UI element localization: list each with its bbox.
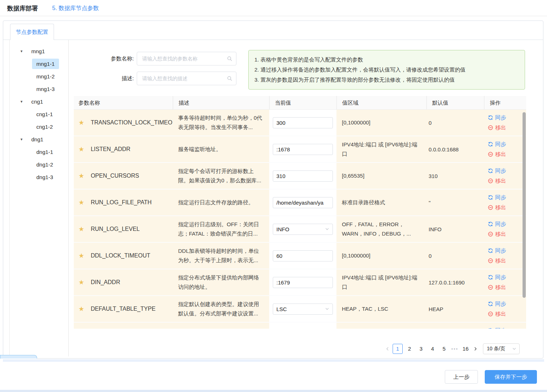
page-button-5[interactable]: 5: [439, 344, 449, 354]
tree-item-label: mng1-3: [32, 84, 59, 94]
search-icon[interactable]: [227, 56, 232, 61]
tree-item-mng1-2[interactable]: mng1-2: [10, 70, 68, 83]
sync-action[interactable]: 同步: [488, 166, 506, 176]
caret-down-icon[interactable]: ▾: [21, 137, 27, 142]
column-header-6: 操作: [484, 96, 526, 109]
remove-action[interactable]: 移出: [488, 309, 506, 319]
param-actions-cell: 同步移出: [484, 296, 526, 322]
sync-action[interactable]: 同步: [488, 273, 506, 282]
desc-search-input[interactable]: [137, 72, 236, 85]
remove-action[interactable]: 移出: [488, 203, 506, 212]
param-name-cell: ★DEFAULT_TABLE_TYPE: [74, 296, 173, 322]
remove-label: 移出: [495, 204, 506, 211]
save-and-next-button[interactable]: 保存并下一步: [485, 370, 537, 384]
sync-action[interactable]: 同步: [488, 140, 506, 149]
param-value-cell: [269, 190, 336, 215]
param-actions-cell: 同步移出: [484, 243, 526, 269]
param-desc-cell: [173, 323, 269, 329]
remove-action[interactable]: 移出: [488, 123, 506, 132]
table-row: ★RUN_LOG_FILE_PATH指定运行日志文件存放的路径。标准目录路径格式…: [74, 190, 526, 216]
param-range-cell: OFF，FATAL，ERROR，WARN，INFO，DEBUG，...: [336, 216, 426, 242]
param-desc-cell: 事务等待超时时间，单位为秒，0代表无限等待。当发生不同事务...: [173, 110, 269, 136]
tree-item-dng1-2[interactable]: dng1-2: [10, 158, 68, 171]
tree-item-label: cng1: [27, 96, 48, 107]
param-name-search-input[interactable]: [137, 52, 236, 65]
sync-action[interactable]: 同步: [488, 326, 506, 329]
param-range-cell: IPV4地址:端口 或 [IPV6地址]:端口: [336, 136, 426, 162]
remove-action[interactable]: 移出: [488, 256, 506, 265]
search-icon[interactable]: [227, 76, 232, 81]
remove-label: 移出: [495, 257, 506, 264]
sync-action[interactable]: 同步: [488, 113, 506, 122]
pagination: 12345•••16 10 条/页: [384, 343, 520, 354]
sync-action[interactable]: 同步: [488, 299, 506, 309]
page-size-select[interactable]: 10 条/页: [483, 343, 520, 354]
param-value-select[interactable]: INFO: [273, 224, 333, 235]
remove-label: 移出: [495, 151, 506, 158]
sync-label: 同步: [495, 194, 506, 201]
page-button-16[interactable]: 16: [461, 344, 470, 354]
clipped-element: [0, 355, 37, 359]
tree-item-dng1-3[interactable]: dng1-3: [10, 171, 68, 183]
param-actions-cell: 同步移出: [484, 190, 526, 215]
remove-action[interactable]: 移出: [488, 283, 506, 292]
param-desc-cell: 指定默认创建表的类型。建议使用默认值。分布式部署中建议设置...: [173, 296, 269, 322]
tree-item-dng1-1[interactable]: dng1-1: [10, 146, 68, 158]
table-row: ★DDL_LOCK_TIMEOUTDDL加表锁等待超时的时间，单位为秒。大于等于…: [74, 243, 526, 269]
page-button-1[interactable]: 1: [393, 344, 403, 354]
tree-item-mng1-3[interactable]: mng1-3: [10, 83, 68, 95]
table-scrollbar-thumb[interactable]: [523, 112, 526, 298]
tree-item-cng1-2[interactable]: cng1-2: [10, 120, 68, 133]
param-desc-cell: 服务端监听地址。: [173, 136, 269, 162]
more-pages-icon[interactable]: •••: [451, 346, 458, 352]
sync-label: 同步: [495, 247, 506, 254]
sync-label: 同步: [495, 221, 506, 228]
remove-action[interactable]: 移出: [488, 150, 506, 159]
param-name: OPEN_CURSORS: [91, 173, 139, 179]
param-value-input[interactable]: [273, 170, 333, 182]
param-value-cell: [269, 136, 336, 162]
remove-action[interactable]: 移出: [488, 229, 506, 239]
param-name-cell: ★RUN_LOG_LEVEL: [74, 216, 173, 242]
tree-item-mng1[interactable]: ▾mng1: [10, 45, 68, 58]
param-range-cell: [0,65535]: [336, 163, 426, 189]
param-default-cell: 0.0.0.0:1688: [426, 136, 484, 162]
tree-item-cng1-1[interactable]: cng1-1: [10, 108, 68, 120]
tab-node-param-config[interactable]: 节点参数配置: [10, 24, 54, 40]
param-value-input[interactable]: [273, 277, 333, 288]
param-value-input[interactable]: [273, 250, 333, 261]
page-button-3[interactable]: 3: [416, 344, 426, 354]
desc-search: [137, 72, 236, 85]
param-actions-cell: 同步移出: [484, 269, 526, 295]
param-value-input[interactable]: [273, 117, 333, 128]
table-row-partial: ★同步移出: [74, 323, 526, 329]
page-button-2[interactable]: 2: [405, 344, 414, 354]
param-default-cell: INFO: [426, 216, 484, 242]
param-desc-cell: 指定运行日志文件存放的路径。: [173, 190, 269, 215]
sync-action[interactable]: 同步: [488, 219, 506, 229]
next-page-icon[interactable]: [471, 345, 479, 353]
sync-action[interactable]: 同步: [488, 246, 506, 255]
param-value-select[interactable]: LSC: [273, 304, 333, 315]
prev-page-icon[interactable]: [384, 345, 392, 353]
tree-item-cng1[interactable]: ▾cng1: [10, 95, 68, 108]
previous-step-button[interactable]: 上一步: [445, 370, 478, 384]
pagination-pages: 12345•••16: [392, 344, 471, 354]
caret-down-icon[interactable]: ▾: [21, 49, 27, 54]
param-name-search: [137, 52, 236, 65]
column-header-5: 默认值: [426, 96, 484, 109]
param-name: RUN_LOG_FILE_PATH: [91, 199, 152, 206]
sync-action[interactable]: 同步: [488, 193, 506, 202]
breadcrumb-step[interactable]: 5. 数据库节点参数: [52, 5, 99, 12]
param-name-cell: ★: [74, 323, 173, 329]
table-row: ★DIN_ADDR指定分布式场景下提供给内部网络访问的地址。IPV4地址:端口 …: [74, 269, 526, 296]
param-desc-cell: 指定分布式场景下提供给内部网络访问的地址。: [173, 269, 269, 295]
param-value-input[interactable]: [273, 144, 333, 155]
caret-down-icon[interactable]: ▾: [21, 99, 27, 104]
tree-item-dng1[interactable]: ▾dng1: [10, 133, 68, 146]
remove-action[interactable]: 移出: [488, 176, 506, 186]
tree-item-mng1-1[interactable]: mng1-1: [10, 58, 68, 70]
page-button-4[interactable]: 4: [428, 344, 437, 354]
param-value-input[interactable]: [273, 197, 333, 208]
notice-line: 2. 通过移入操作将备选的参数加入配置文件，会将默认值写入，请修改成您希望设置的…: [254, 65, 520, 75]
